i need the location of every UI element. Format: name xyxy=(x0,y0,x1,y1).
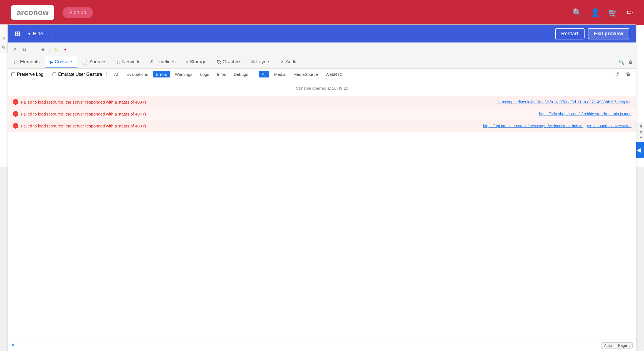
console-timestamp: Console opened at 10:49:10 xyxy=(8,80,636,96)
console-input[interactable] xyxy=(17,343,599,348)
filter-sep-2 xyxy=(106,72,107,77)
refresh-console-icon[interactable]: ↺ xyxy=(613,70,621,79)
tab-graphics-label: Graphics xyxy=(223,59,241,65)
tab-console[interactable]: ▶ Console xyxy=(45,56,77,68)
error-badge[interactable]: ● xyxy=(61,45,69,54)
tab-storage[interactable]: ○ Storage xyxy=(181,56,211,68)
tab-settings-icon[interactable]: ⚙ xyxy=(626,58,635,67)
tab-audit-label: Audit xyxy=(286,59,296,65)
right-side-panel: dit ebRT xyxy=(636,122,644,141)
preserve-log-checkbox[interactable]: Preserve Log xyxy=(11,72,43,77)
filter-sep-3 xyxy=(255,72,255,77)
float-arrow-icon: ◀ xyxy=(636,147,641,153)
tab-timelines[interactable]: ⏱ Timelines xyxy=(144,56,181,68)
website-logo: arconow xyxy=(11,5,54,20)
preserve-log-label: Preserve Log xyxy=(17,72,43,77)
cart-icon[interactable]: 🛒 xyxy=(608,8,618,17)
devtools-panel: ⊞ ▾ Hide Restart Exit preview ✕ ⧉ ⬚ ⊕ ⚠ … xyxy=(8,24,636,351)
devtools-tabs: ◫ Elements ▶ Console 📄 Sources ◎ Network… xyxy=(8,56,636,69)
console-content-area: Console opened at 10:49:10 🔴 Failed to l… xyxy=(8,80,636,340)
console-input-row: > Auto — Page ↕ xyxy=(8,340,636,351)
tab-storage-label: Storage xyxy=(190,59,207,65)
search-icon[interactable]: 🔍 xyxy=(572,8,582,17)
restart-button[interactable]: Restart xyxy=(555,28,585,39)
tab-sources[interactable]: 📄 Sources xyxy=(77,56,111,68)
filter-infos-btn[interactable]: Infos xyxy=(214,71,229,77)
filter-all-btn[interactable]: All xyxy=(111,71,121,77)
website-nav-btn[interactable]: Sign up xyxy=(63,7,93,18)
filter-level-all-btn[interactable]: All xyxy=(259,71,269,77)
split-pane-icon[interactable]: ⧉ xyxy=(20,45,28,54)
error-text-404: Failed to load resource: the server resp… xyxy=(21,112,537,116)
hide-label: Hide xyxy=(33,31,43,37)
tab-elements-label: Elements xyxy=(20,59,40,65)
emulate-gesture-checkbox[interactable]: Emulate User Gesture xyxy=(53,72,102,77)
tab-search-icon[interactable]: 🔍 xyxy=(617,58,626,67)
exit-preview-button[interactable]: Exit preview xyxy=(588,28,629,39)
error-row-404: 🔴 Failed to load resource: the server re… xyxy=(8,108,636,120)
page-selector-label: Auto — Page xyxy=(604,343,627,348)
tab-elements[interactable]: ◫ Elements xyxy=(9,56,45,68)
emulate-gesture-input[interactable] xyxy=(53,72,56,76)
left-sidebar: F R Se xyxy=(0,24,8,53)
audit-tab-icon: ✓ xyxy=(280,59,284,65)
elements-tab-icon: ◫ xyxy=(14,59,18,65)
toolbar-separator-1 xyxy=(49,46,49,53)
tab-timelines-label: Timelines xyxy=(156,59,176,65)
header-divider xyxy=(51,29,51,38)
sources-tab-icon: 📄 xyxy=(82,59,88,65)
tab-layers-label: Layers xyxy=(256,59,270,65)
filter-evaluations-btn[interactable]: Evaluations xyxy=(124,71,151,77)
error-url-400[interactable]: https://api-iam.intercom.io/messenger/we… xyxy=(483,124,631,128)
filter-warnings-btn[interactable]: Warnings xyxy=(172,71,195,77)
filter-debugs-btn[interactable]: Debugs xyxy=(231,71,251,77)
graphics-tab-icon: 🖼 xyxy=(216,59,221,64)
tab-layers[interactable]: ⧉ Layers xyxy=(246,56,275,68)
sidebar-label-se: Se xyxy=(2,46,6,50)
crosshair-icon[interactable]: ⊕ xyxy=(39,45,47,54)
page-selector[interactable]: Auto — Page ↕ xyxy=(601,342,633,349)
devtools-header: ⊞ ▾ Hide Restart Exit preview xyxy=(8,25,636,42)
warning-badge[interactable]: ⚠ xyxy=(52,45,60,54)
error-icon-403: 🔴 xyxy=(13,99,19,105)
filter-errors-btn[interactable]: Errors xyxy=(153,71,170,77)
devtools-logo-icon: ⊞ xyxy=(15,30,20,37)
filter-logs-btn[interactable]: Logs xyxy=(197,71,212,77)
website-header: arconow Sign up 🔍 👤 🛒 ✏ xyxy=(0,0,644,25)
tab-network[interactable]: ◎ Network xyxy=(112,56,144,68)
devtools-toolbar: ✕ ⧉ ⬚ ⊕ ⚠ ● xyxy=(8,42,636,56)
layers-tab-icon: ⧉ xyxy=(251,59,254,64)
website-header-icons: 🔍 👤 🛒 ✏ xyxy=(572,8,633,17)
filter-bar: Preserve Log Emulate User Gesture All Ev… xyxy=(8,69,636,80)
hide-chevron-icon: ▾ xyxy=(28,31,31,37)
sidebar-label-r: R xyxy=(2,37,6,41)
sidebar-label-f: F xyxy=(2,28,6,32)
error-icon-400: 🔴 xyxy=(13,123,19,129)
dock-icon[interactable]: ⬚ xyxy=(29,45,38,54)
right-panel-webtrc: ebRT xyxy=(638,131,643,139)
error-row-400: 🔴 Failed to load resource: the server re… xyxy=(8,120,636,132)
tab-network-label: Network xyxy=(122,59,139,65)
preserve-log-input[interactable] xyxy=(11,72,15,76)
error-text-403: Failed to load resource: the server resp… xyxy=(21,100,495,104)
network-tab-icon: ◎ xyxy=(117,59,121,65)
filter-media-btn[interactable]: Media xyxy=(271,71,288,77)
console-tab-icon: ▶ xyxy=(50,59,53,65)
error-url-404[interactable]: https://cdn.shopify.com/s/trekkie.storef… xyxy=(539,112,631,116)
hide-button[interactable]: ▾ Hide xyxy=(25,29,46,38)
tab-graphics[interactable]: 🖼 Graphics xyxy=(211,56,246,68)
error-url-403[interactable]: https://api.refiner.io/js-client/v1/a11a… xyxy=(497,100,631,104)
close-devtools-icon[interactable]: ✕ xyxy=(10,45,19,54)
error-icon-404: 🔴 xyxy=(13,111,19,117)
clear-console-icon[interactable]: 🗑 xyxy=(624,70,633,79)
page-selector-arrow: ↕ xyxy=(628,343,630,348)
filter-webtrc-btn[interactable]: WebRTC xyxy=(323,71,345,77)
tab-audit[interactable]: ✓ Audit xyxy=(275,56,301,68)
user-icon[interactable]: 👤 xyxy=(590,8,600,17)
filter-mediasource-btn[interactable]: MediaSource xyxy=(291,71,321,77)
edit-icon[interactable]: ✏ xyxy=(626,8,633,17)
right-panel-edit: dit xyxy=(638,124,643,128)
timelines-tab-icon: ⏱ xyxy=(149,59,154,64)
emulate-gesture-label: Emulate User Gesture xyxy=(58,72,102,77)
tab-console-label: Console xyxy=(55,59,72,65)
